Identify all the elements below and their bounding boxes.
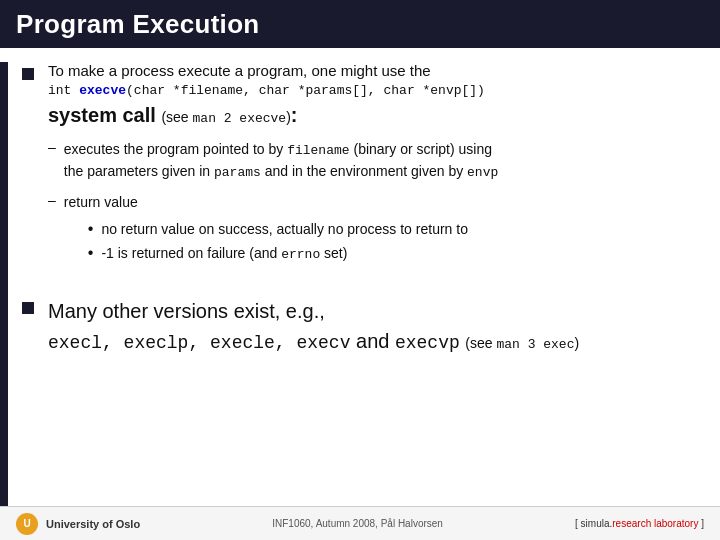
dash-2-body: return value • no return value on succes… [64, 192, 700, 268]
dot-1: • [88, 219, 94, 240]
dot-2: • [88, 243, 94, 265]
and-text: and [356, 330, 395, 352]
section-1: To make a process execute a program, one… [22, 62, 700, 278]
system-call-see: (see man 2 execve) [161, 109, 290, 125]
header-bar: Program Execution [0, 0, 720, 48]
many-other-text: Many other versions exist, e.g., [48, 300, 325, 322]
bullet-text-1: no return value on success, actually no … [101, 219, 468, 240]
dash-1-envp: envp [467, 165, 498, 180]
footer-left: U University of Oslo [16, 513, 140, 535]
dash-1-params: params [214, 165, 261, 180]
section-2-text: Many other versions exist, e.g., execl, … [48, 296, 700, 357]
footer-red-text: research laboratory [612, 518, 698, 529]
exec-versions: execl, execlp, execle, execv [48, 333, 350, 353]
page-title: Program Execution [16, 9, 260, 40]
man3exec: man 3 exec [496, 337, 574, 352]
footer: U University of Oslo INF1060, Autumn 200… [0, 506, 720, 540]
dash-item-2: – return value • no return value on succ… [48, 192, 700, 268]
footer-right-text: [ simula.research laboratory ] [575, 518, 704, 529]
execvp-code: execvp [395, 333, 460, 353]
sublist-item-1: • no return value on success, actually n… [88, 219, 700, 240]
code-params: (char *filename, char *params[], char *e… [126, 83, 485, 98]
sublist: • no return value on success, actually n… [88, 219, 700, 265]
dash-1-text3: and in the environment given by [261, 163, 467, 179]
sublist-item-2: • -1 is returned on failure (and errno s… [88, 243, 700, 265]
bullet-2 [22, 296, 48, 357]
footer-center-text: INF1060, Autumn 2008, Pål Halvorsen [272, 518, 443, 529]
section-2-body: Many other versions exist, e.g., execl, … [48, 296, 700, 357]
errno-mono: errno [281, 247, 320, 262]
intro-text: To make a process execute a program, one… [48, 62, 431, 79]
system-call-label: system call [48, 104, 161, 126]
section-2: Many other versions exist, e.g., execl, … [22, 296, 700, 357]
code-execve: execve [79, 83, 126, 98]
dash-1: – [48, 139, 56, 182]
main-content: To make a process execute a program, one… [16, 62, 700, 510]
dash-2: – [48, 192, 56, 268]
bullet-1 [22, 62, 48, 278]
code-int: int [48, 83, 79, 98]
bullet-square-2 [22, 302, 34, 314]
see-man: (see man 3 exec) [465, 335, 579, 351]
footer-university: University of Oslo [46, 518, 140, 530]
dash-1-body: executes the program pointed to by filen… [64, 139, 700, 182]
footer-logo: U [16, 513, 38, 535]
dash-item-1: – executes the program pointed to by fil… [48, 139, 700, 182]
bullet-text-2: -1 is returned on failure (and errno set… [101, 243, 347, 265]
return-value-label: return value [64, 194, 138, 210]
code-line: int execve(char *filename, char *params[… [48, 83, 700, 98]
section-1-intro: To make a process execute a program, one… [48, 62, 700, 79]
system-call-line: system call (see man 2 execve): [48, 104, 700, 127]
system-call-colon: : [291, 104, 298, 126]
bullet-square-1 [22, 68, 34, 80]
section-1-body: To make a process execute a program, one… [48, 62, 700, 278]
left-accent-bar [0, 62, 8, 510]
dash-1-filename: filename [287, 143, 349, 158]
dash-1-text1: executes the program pointed to by [64, 141, 287, 157]
